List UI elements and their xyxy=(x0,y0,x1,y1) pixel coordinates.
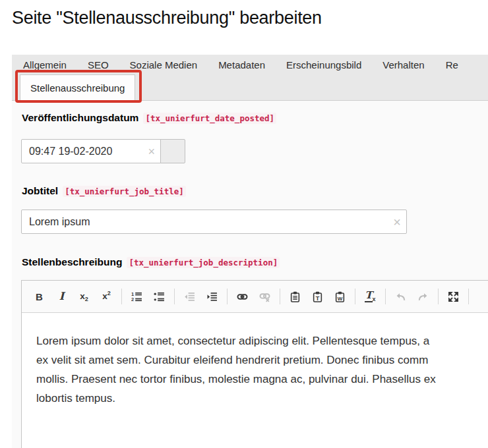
page-title: Seite "Stellenausschreibung" bearbeiten xyxy=(12,8,322,28)
svg-text:2: 2 xyxy=(131,296,134,302)
paste-word-icon[interactable]: W xyxy=(331,288,349,306)
toolbar-separator xyxy=(438,289,439,304)
toolbar-separator xyxy=(227,289,228,304)
redo-icon[interactable] xyxy=(414,288,432,306)
job-title-clear-icon[interactable]: × xyxy=(392,214,402,230)
calendar-button[interactable] xyxy=(160,139,185,163)
job-description-label: Stellenbeschreibung[tx_unierfurt_job_des… xyxy=(22,256,280,268)
link-icon[interactable] xyxy=(233,288,251,306)
job-title-label: Jobtitel[tx_unierfurt_job_title] xyxy=(22,185,186,197)
job-title-input[interactable] xyxy=(22,210,406,233)
tab-seo[interactable]: SEO xyxy=(77,59,119,70)
paste-icon[interactable] xyxy=(286,288,304,306)
toolbar-separator xyxy=(468,289,469,304)
toolbar-separator xyxy=(385,289,386,304)
rte-text-line: lobortis tempus. xyxy=(36,389,488,408)
tab-row: AllgemeinSEOSoziale MedienMetadatenErsch… xyxy=(12,55,488,74)
italic-icon[interactable]: I xyxy=(53,288,71,306)
toolbar-separator xyxy=(174,289,175,304)
date-posted-input[interactable] xyxy=(22,140,160,163)
tab-metadaten[interactable]: Metadaten xyxy=(208,59,276,70)
job-title-input-group: × xyxy=(21,210,407,234)
tab-erscheinungsbild[interactable]: Erscheinungsbild xyxy=(276,59,372,70)
date-clear-icon[interactable]: × xyxy=(146,144,156,159)
rte-toolbar: BIx2x2 1 2 T W Tx xyxy=(22,281,488,313)
rte-text-line: Lorem ipsum dolor sit amet, consectetur … xyxy=(36,331,488,350)
date-posted-label: Veröffentlichungsdatum[tx_unierfurt_date… xyxy=(22,112,276,124)
undo-icon[interactable] xyxy=(392,288,410,306)
svg-text:W: W xyxy=(338,295,343,301)
rich-text-editor: BIx2x2 1 2 T W Tx xyxy=(21,280,488,448)
form-panel: Veröffentlichungsdatum[tx_unierfurt_date… xyxy=(12,101,488,448)
toolbar-separator xyxy=(121,289,122,304)
tab-soziale-medien[interactable]: Soziale Medien xyxy=(119,59,208,70)
date-posted-input-group: × xyxy=(21,139,185,163)
bullet-list-icon[interactable] xyxy=(150,288,168,306)
indent-icon[interactable] xyxy=(203,288,221,306)
tab-re[interactable]: Re xyxy=(435,59,469,70)
tab-allgemein[interactable]: Allgemein xyxy=(13,59,77,70)
tab-verhalten[interactable]: Verhalten xyxy=(372,59,435,70)
maximize-icon[interactable] xyxy=(444,288,462,306)
remove-format-icon[interactable]: Tx xyxy=(361,288,379,306)
numbered-list-icon[interactable]: 1 2 xyxy=(128,288,146,306)
toolbar-separator xyxy=(280,289,280,304)
job-title-field-code: [tx_unierfurt_job_title] xyxy=(63,186,186,197)
toolbar-separator xyxy=(355,289,355,304)
date-posted-field-code: [tx_unierfurt_date_posted] xyxy=(143,113,276,124)
tab-stellenausschreibung[interactable]: Stellenausschreibung xyxy=(20,74,135,101)
bold-icon[interactable]: B xyxy=(30,288,48,306)
rte-text-line: mollis. Praesent nec tortor finibus, mol… xyxy=(36,370,488,389)
tab-strip: AllgemeinSEOSoziale MedienMetadatenErsch… xyxy=(12,55,488,101)
outdent-icon[interactable] xyxy=(181,288,198,306)
unlink-icon[interactable] xyxy=(256,288,274,306)
subscript-icon[interactable]: x2 xyxy=(75,288,93,306)
rte-text-line: ex velit sit amet sem. Curabitur eleifen… xyxy=(36,350,488,370)
active-tab-label: Stellenausschreibung xyxy=(30,82,125,94)
job-description-field-code: [tx_unierfurt_job_description] xyxy=(127,257,280,268)
paste-text-icon[interactable]: T xyxy=(309,288,326,306)
svg-text:T: T xyxy=(316,294,320,301)
rte-content[interactable]: Lorem ipsum dolor sit amet, consectetur … xyxy=(22,313,488,408)
superscript-icon[interactable]: x2 xyxy=(98,288,115,306)
